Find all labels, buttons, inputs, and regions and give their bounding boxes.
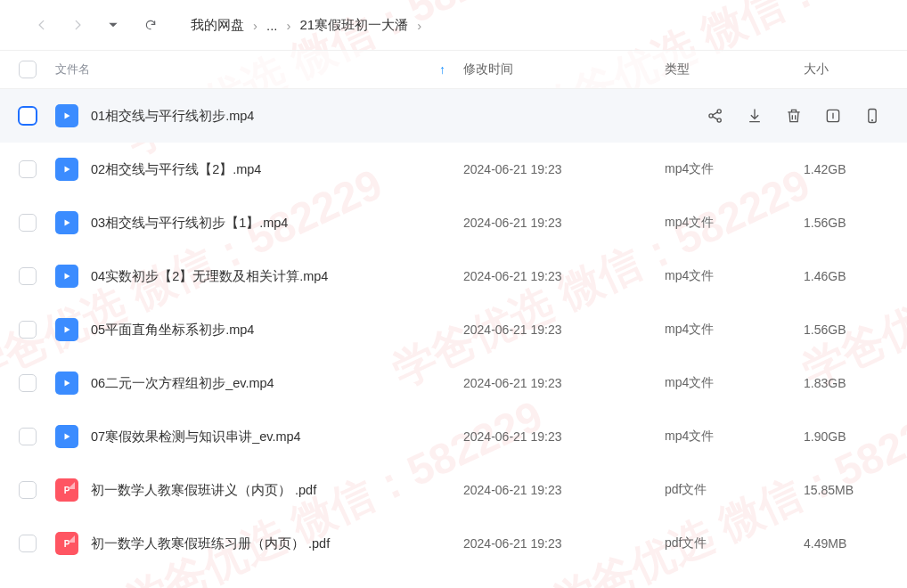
file-time: 2024-06-21 19:23: [463, 483, 665, 497]
video-file-icon: [55, 318, 78, 341]
pdf-file-icon: P: [55, 478, 78, 502]
pdf-file-icon: P: [55, 532, 78, 555]
column-header-type[interactable]: 类型: [665, 61, 804, 78]
file-name[interactable]: 02相交线与平行线【2】.mp4: [91, 161, 445, 178]
file-time: 2024-06-21 19:23: [463, 429, 665, 444]
row-checkbox[interactable]: [19, 481, 37, 499]
row-checkbox-cell: [0, 535, 55, 552]
table-row[interactable]: 06二元一次方程组初步_ev.mp42024-06-21 19:23mp4文件1…: [0, 356, 907, 410]
file-name[interactable]: 04实数初步【2】无理数及相关计算.mp4: [91, 268, 445, 285]
file-size: 1.83GB: [804, 376, 907, 390]
breadcrumb-root[interactable]: 我的网盘: [187, 17, 248, 34]
table-row[interactable]: 02相交线与平行线【2】.mp42024-06-21 19:23mp4文件1.4…: [0, 143, 907, 196]
file-name-cell: 01相交线与平行线初步.mp4: [55, 104, 706, 127]
table-row[interactable]: 07寒假效果检测与知识串讲_ev.mp42024-06-21 19:23mp4文…: [0, 410, 907, 463]
table-row[interactable]: 04实数初步【2】无理数及相关计算.mp42024-06-21 19:23mp4…: [0, 249, 907, 303]
file-time: 2024-06-21 19:23: [463, 269, 665, 283]
file-name[interactable]: 03相交线与平行线初步【1】.mp4: [91, 215, 445, 232]
column-header-size[interactable]: 大小: [804, 61, 907, 78]
row-checkbox-cell: [0, 214, 55, 232]
row-checkbox[interactable]: [19, 428, 37, 445]
file-name[interactable]: 初一数学人教寒假班练习册（内页） .pdf: [91, 535, 445, 552]
row-checkbox[interactable]: [19, 374, 37, 392]
file-name-cell: 07寒假效果检测与知识串讲_ev.mp4: [55, 425, 463, 448]
file-type: mp4文件: [665, 215, 804, 231]
breadcrumb: 我的网盘 › ... › 21寒假班初一大潘 ›: [187, 17, 427, 34]
row-checkbox-cell: [0, 481, 55, 499]
row-checkbox-cell: [0, 374, 55, 392]
file-type: mp4文件: [665, 268, 804, 284]
share-icon[interactable]: [706, 106, 725, 126]
column-header-time[interactable]: 修改时间: [463, 61, 665, 78]
video-file-icon: [55, 158, 78, 181]
file-name-cell: P初一数学人教寒假班练习册（内页） .pdf: [55, 532, 463, 555]
file-type: mp4文件: [665, 322, 804, 338]
chevron-right-icon: ›: [282, 18, 297, 33]
row-checkbox[interactable]: [19, 267, 37, 285]
download-icon[interactable]: [745, 106, 764, 126]
breadcrumb-current[interactable]: 21寒假班初一大潘: [297, 17, 413, 34]
video-file-icon: [55, 265, 78, 288]
file-size: 15.85MB: [804, 483, 907, 497]
file-name-cell: 02相交线与平行线【2】.mp4: [55, 158, 463, 181]
video-file-icon: [55, 372, 78, 395]
file-time: 2024-06-21 19:23: [463, 323, 665, 337]
table-row[interactable]: 01相交线与平行线初步.mp4: [0, 89, 907, 143]
refresh-button[interactable]: [139, 13, 162, 37]
select-all-checkbox[interactable]: [19, 61, 37, 78]
file-name-cell: 04实数初步【2】无理数及相关计算.mp4: [55, 265, 463, 288]
file-time: 2024-06-21 19:23: [463, 162, 665, 176]
file-type: pdf文件: [665, 535, 804, 551]
sort-asc-icon: ↑: [439, 62, 445, 77]
file-list: 01相交线与平行线初步.mp402相交线与平行线【2】.mp42024-06-2…: [0, 89, 907, 570]
table-row[interactable]: 03相交线与平行线初步【1】.mp42024-06-21 19:23mp4文件1…: [0, 196, 907, 249]
column-headers: 文件名 ↑ 修改时间 类型 大小: [0, 50, 907, 89]
file-size: 1.56GB: [804, 323, 907, 337]
row-checkbox-cell: [0, 428, 55, 445]
delete-icon[interactable]: [784, 106, 804, 126]
forward-button[interactable]: [66, 13, 89, 37]
file-size: 1.90GB: [804, 429, 907, 444]
file-name-cell: 06二元一次方程组初步_ev.mp4: [55, 372, 463, 395]
file-name[interactable]: 05平面直角坐标系初步.mp4: [91, 322, 445, 339]
rename-icon[interactable]: [823, 106, 843, 126]
file-name[interactable]: 初一数学人教寒假班讲义（内页） .pdf: [91, 482, 445, 499]
chevron-right-icon: ›: [412, 18, 427, 33]
history-dropdown-icon[interactable]: [102, 13, 125, 37]
video-file-icon: [55, 104, 78, 127]
row-checkbox-cell: [0, 106, 55, 126]
file-name-cell: P初一数学人教寒假班讲义（内页） .pdf: [55, 478, 463, 502]
file-name[interactable]: 07寒假效果检测与知识串讲_ev.mp4: [91, 429, 445, 445]
file-name[interactable]: 06二元一次方程组初步_ev.mp4: [91, 375, 445, 392]
file-size: 4.49MB: [804, 536, 907, 551]
table-row[interactable]: 05平面直角坐标系初步.mp42024-06-21 19:23mp4文件1.56…: [0, 303, 907, 356]
row-checkbox[interactable]: [19, 535, 37, 552]
file-time: 2024-06-21 19:23: [463, 376, 665, 390]
row-checkbox[interactable]: [19, 160, 37, 178]
column-header-name-label: 文件名: [55, 61, 90, 78]
row-checkbox-cell: [0, 267, 55, 285]
file-time: 2024-06-21 19:23: [463, 536, 665, 551]
breadcrumb-mid[interactable]: ...: [263, 18, 282, 33]
svg-point-5: [872, 120, 873, 121]
table-row[interactable]: P初一数学人教寒假班练习册（内页） .pdf2024-06-21 19:23pd…: [0, 517, 907, 570]
column-header-name[interactable]: 文件名 ↑: [55, 61, 463, 78]
video-file-icon: [55, 425, 78, 448]
chevron-right-icon: ›: [248, 18, 263, 33]
file-type: mp4文件: [665, 375, 804, 391]
file-size: 1.46GB: [804, 269, 907, 283]
topbar: 我的网盘 › ... › 21寒假班初一大潘 ›: [0, 0, 907, 50]
video-file-icon: [55, 211, 78, 234]
file-type: pdf文件: [665, 482, 804, 498]
row-checkbox[interactable]: [19, 214, 37, 232]
file-name-cell: 03相交线与平行线初步【1】.mp4: [55, 211, 463, 234]
mobile-icon[interactable]: [862, 106, 882, 126]
row-actions: [706, 106, 907, 126]
row-checkbox[interactable]: [18, 106, 37, 126]
back-button[interactable]: [30, 13, 53, 37]
row-checkbox[interactable]: [19, 321, 37, 339]
file-time: 2024-06-21 19:23: [463, 216, 665, 230]
table-row[interactable]: P初一数学人教寒假班讲义（内页） .pdf2024-06-21 19:23pdf…: [0, 463, 907, 517]
file-type: mp4文件: [665, 161, 804, 177]
file-name[interactable]: 01相交线与平行线初步.mp4: [91, 108, 688, 125]
